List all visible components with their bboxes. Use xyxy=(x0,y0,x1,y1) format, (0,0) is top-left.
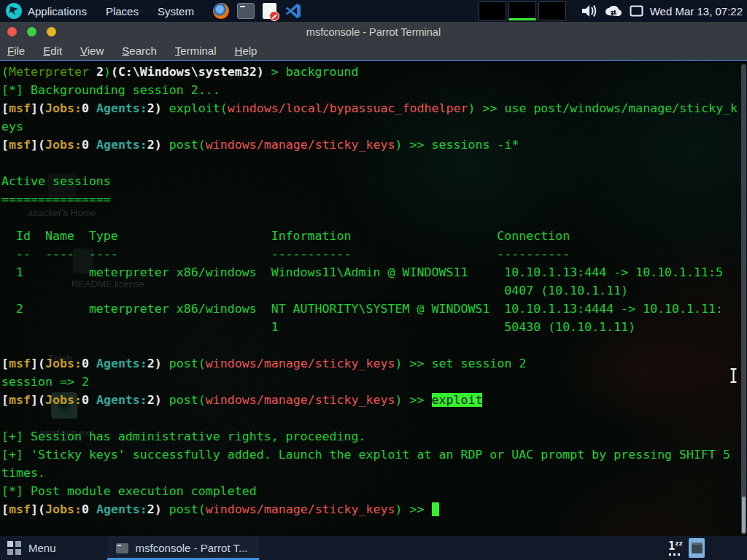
volume-icon[interactable] xyxy=(580,3,597,19)
taskbar-task[interactable]: msfconsole - Parrot T... xyxy=(107,536,260,560)
menu-file[interactable]: File xyxy=(7,44,25,57)
scrollbar-trough[interactable] xyxy=(741,64,746,534)
workspace-1[interactable] xyxy=(479,1,506,20)
terminal-line: [msf](Jobs:0 Agents:2) post(windows/mana… xyxy=(1,136,738,154)
system-top-bar: ApplicationsPlacesSystem Wed Mar 13, 07:… xyxy=(0,0,747,22)
terminal-line: =============== xyxy=(1,190,738,209)
menu-search[interactable]: Search xyxy=(122,44,157,57)
launcher-icons xyxy=(213,2,302,20)
workspace-2[interactable] xyxy=(508,1,536,20)
terminal-line: 1 meterpreter x86/windows Windows11\Admi… xyxy=(1,263,738,281)
window-buttons xyxy=(7,27,56,36)
terminal-line: session => 2 xyxy=(1,373,738,391)
input-indicator-icon[interactable]: 1zz xyxy=(668,540,683,556)
terminal-line: [msf](Jobs:0 Agents:2) post(windows/mana… xyxy=(1,391,738,409)
menu-grid-icon xyxy=(7,541,21,555)
terminal-text: (Meterpreter 2)(C:\Windows\system32) > b… xyxy=(1,63,738,518)
menu-help[interactable]: Help xyxy=(235,44,258,57)
terminal-line: times. xyxy=(1,464,738,482)
terminal-menubar: FileEditViewSearchTerminalHelp xyxy=(0,42,747,61)
ibeam-cursor xyxy=(729,368,738,384)
menu-edit[interactable]: Edit xyxy=(43,44,62,57)
terminal-line xyxy=(1,336,738,354)
topbar-menu-applications[interactable]: Applications xyxy=(28,5,87,18)
workspace-switcher[interactable] xyxy=(479,1,566,20)
terminal-line: 1 50430 (10.10.1.11) xyxy=(1,318,738,336)
terminal-line: [msf](Jobs:0 Agents:2) exploit(windows/l… xyxy=(1,99,738,117)
vscode-icon[interactable] xyxy=(285,2,302,20)
terminal-line xyxy=(1,409,738,427)
menu-terminal[interactable]: Terminal xyxy=(175,44,217,57)
terminal-line: [*] Post module execution completed xyxy=(1,482,738,500)
terminal-line: 2 meterpreter x86/windows NT AUTHORITY\S… xyxy=(1,300,738,318)
topbar-menu-places[interactable]: Places xyxy=(106,5,139,18)
system-tray: 1zz xyxy=(668,536,747,560)
parrot-menu-icon[interactable] xyxy=(6,3,22,19)
task-list: msfconsole - Parrot T... xyxy=(66,536,260,560)
terminal-line: [+] Session has administrative rights, p… xyxy=(1,427,738,446)
terminal-line: eys xyxy=(1,117,738,136)
terminal-line: (Meterpreter 2)(C:\Windows\system32) > b… xyxy=(1,63,738,81)
terminal-line: Active sessions xyxy=(1,172,738,190)
text-editor-icon[interactable] xyxy=(263,3,276,19)
taskbar: Menu msfconsole - Parrot T... 1zz xyxy=(0,536,747,560)
firefox-icon[interactable] xyxy=(213,3,229,19)
task-terminal-icon xyxy=(116,543,128,553)
scrollbar-thumb[interactable] xyxy=(742,497,746,533)
menu-button[interactable]: Menu xyxy=(0,536,66,560)
close-button[interactable] xyxy=(7,27,17,36)
maximize-button[interactable] xyxy=(47,27,56,36)
minimize-button[interactable] xyxy=(27,27,36,36)
terminal-line: [+] 'Sticky keys' successfully added. La… xyxy=(1,446,738,464)
cloud-sync-icon[interactable] xyxy=(604,4,623,18)
menu-view[interactable]: View xyxy=(80,44,104,57)
terminal-line xyxy=(1,209,738,227)
clock[interactable]: Wed Mar 13, 07:22 xyxy=(650,5,743,18)
terminal-line: [msf](Jobs:0 Agents:2) post(windows/mana… xyxy=(1,354,738,373)
terminal-line: Id Name Type Information Connection xyxy=(1,227,738,245)
terminal-line: -- ---- ---- ----------- ---------- xyxy=(1,245,738,263)
topbar-right: Wed Mar 13, 07:22 xyxy=(479,1,747,20)
menu-label: Menu xyxy=(28,542,56,554)
terminal-output[interactable]: attacker's HomeREADME.licenseTrashwindow… xyxy=(0,63,747,536)
topbar-menu-system[interactable]: System xyxy=(158,5,194,18)
terminal-line: [*] Backgrounding session 2... xyxy=(1,81,738,99)
terminal-line xyxy=(1,154,738,172)
terminal-tray-icon[interactable] xyxy=(689,538,705,558)
window-title: msfconsole - Parrot Terminal xyxy=(0,26,747,38)
display-icon[interactable] xyxy=(630,5,643,18)
terminal-launcher-icon[interactable] xyxy=(237,3,255,19)
titlebar[interactable]: msfconsole - Parrot Terminal xyxy=(0,22,747,42)
workspace-3[interactable] xyxy=(538,1,566,20)
task-label: msfconsole - Parrot T... xyxy=(136,542,248,554)
topbar-menus: ApplicationsPlacesSystem xyxy=(28,5,194,18)
terminal-line: 0407 (10.10.1.11) xyxy=(1,281,738,300)
terminal-line: [msf](Jobs:0 Agents:2) post(windows/mana… xyxy=(1,500,738,518)
